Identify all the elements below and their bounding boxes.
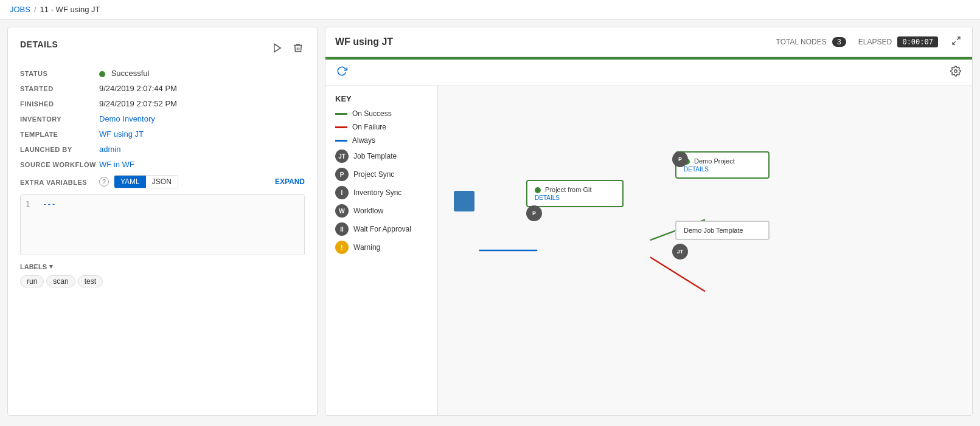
key-item-label: Project Sync [353,170,394,179]
inventory-label: INVENTORY [20,114,99,123]
started-label: STARTED [20,84,99,92]
demo-jt-label: Demo Job Template [684,227,743,234]
launched-by-row: LAUNCHED BY admin [20,145,305,154]
svg-line-0 [957,37,960,40]
key-circle-icon: ! [335,241,349,254]
label-badge: run [20,275,44,287]
svg-line-5 [650,257,705,291]
labels-section: LABELS ▾ runscantest [20,263,305,287]
code-line-1: 1 --- [26,200,299,208]
project-from-git-node: Project from Git DETAILS [526,180,624,207]
key-title: KEY [335,94,428,103]
key-panel: KEY On SuccessOn FailureAlwaysJTJob Temp… [325,86,438,415]
nav-separator: / [34,5,36,14]
workflow-title: WF using JT [335,36,393,47]
workflow-body: KEY On SuccessOn FailureAlwaysJTJob Temp… [325,60,972,415]
elapsed-value: 0:00:07 [897,36,938,47]
key-circle-icon: P [335,168,349,181]
key-item: On Success [335,109,428,118]
started-row: STARTED 9/24/2019 2:07:44 PM [20,84,305,93]
demo-project-details-link[interactable]: DETAILS [684,166,761,173]
source-workflow-value[interactable]: WF in WF [99,160,305,169]
key-item-label: On Failure [352,123,386,131]
key-item: IInventory Sync [335,186,428,199]
yaml-json-toggle: YAML JSON [114,175,178,188]
source-workflow-row: SOURCE WORKFLOW WF in WF [20,160,305,169]
key-item-label: Inventory Sync [353,188,401,197]
node-success-dot [535,187,541,193]
workflow-svg [438,86,972,415]
key-item: On Failure [335,123,428,131]
key-line-icon [335,126,347,128]
key-item-label: Workflow [353,207,383,215]
project-from-git-label: Project from Git [545,186,591,193]
workflow-header: WF using JT TOTAL NODES 3 ELAPSED 0:00:0… [325,27,972,57]
nav-current-page: 11 - WF using JT [40,5,100,14]
template-value[interactable]: WF using JT [99,129,305,139]
expand-button[interactable]: EXPAND [275,177,305,186]
fullscreen-button[interactable] [950,35,962,49]
key-item-label: Wait For Approval [353,225,411,233]
jobs-nav-link[interactable]: JOBS [10,5,30,14]
key-circle-icon: W [335,204,349,218]
status-dot [99,71,105,77]
panel-actions [271,41,305,57]
breadcrumb: JOBS / 11 - WF using JT [0,0,980,19]
inventory-row: INVENTORY Demo Inventory [20,114,305,123]
svg-point-2 [954,70,957,73]
key-item-label: On Success [352,109,392,118]
workflow-panel: WF using JT TOTAL NODES 3 ELAPSED 0:00:0… [325,27,973,416]
key-item: Always [335,136,428,145]
key-item-label: Always [352,136,375,145]
inventory-value[interactable]: Demo Inventory [99,114,305,123]
status-row: STATUS Successful [20,69,305,78]
main-layout: DETAILS STATUS Successful S [0,19,980,423]
details-section: DETAILS STATUS Successful S [20,40,305,255]
key-item: IIWait For Approval [335,222,428,236]
status-label: STATUS [20,69,99,77]
demo-jt-node: Demo Job Template [675,221,770,240]
key-item-label: Warning [353,243,380,252]
project-from-git-details-link[interactable]: DETAILS [535,194,615,201]
demo-jt-badge: JT [672,244,688,259]
finished-label: FINISHED [20,99,99,108]
workflow-canvas-area: KEY On SuccessOn FailureAlwaysJTJob Temp… [325,86,972,415]
extra-vars-help-icon[interactable]: ? [99,177,109,187]
key-item: WWorkflow [335,204,428,218]
launch-button[interactable] [271,41,284,57]
details-title: DETAILS [20,40,58,49]
key-item: PProject Sync [335,168,428,181]
key-item: !Warning [335,241,428,254]
demo-project-badge: P [672,151,688,167]
key-line-icon [335,113,347,115]
workflow-canvas: Project from Git DETAILS P Demo Project … [438,86,972,415]
label-badge: scan [46,275,75,287]
total-nodes-count: 3 [832,37,846,47]
workflow-toolbar [325,60,972,86]
labels-chevron-icon: ▾ [49,263,53,270]
settings-icon[interactable] [949,64,962,80]
labels-label: LABELS [20,263,47,270]
launched-by-label: LAUNCHED BY [20,145,99,153]
refresh-icon[interactable] [335,64,349,80]
yaml-button[interactable]: YAML [114,176,146,188]
label-badge: test [78,275,103,287]
labels-header[interactable]: LABELS ▾ [20,263,305,270]
key-circle-icon: JT [335,149,349,163]
extra-vars-row: EXTRA VARIABLES ? YAML JSON EXPAND [20,175,305,188]
finished-value: 9/24/2019 2:07:52 PM [99,99,305,108]
svg-line-1 [953,41,956,44]
extra-vars-label: EXTRA VARIABLES [20,177,99,186]
code-content: --- [43,200,56,208]
extra-vars-editor[interactable]: 1 --- [20,194,305,255]
launched-by-value[interactable]: admin [99,145,305,154]
delete-button[interactable] [291,41,305,57]
key-circle-icon: II [335,222,349,236]
project-from-git-badge: P [526,205,542,221]
elapsed-label: ELAPSED [858,38,892,46]
key-line-icon [335,140,347,142]
line-number: 1 [26,200,33,208]
start-node [454,191,474,211]
details-panel: DETAILS STATUS Successful S [7,27,318,416]
json-button[interactable]: JSON [146,176,178,188]
